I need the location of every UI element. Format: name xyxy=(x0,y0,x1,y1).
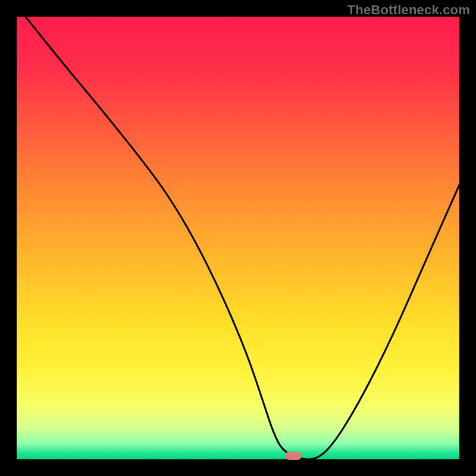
chart-frame: TheBottleneck.com xyxy=(0,0,476,476)
bottleneck-curve xyxy=(17,17,459,459)
watermark-text: TheBottleneck.com xyxy=(347,2,470,18)
optimal-point-marker xyxy=(285,452,302,460)
plot-area xyxy=(17,17,459,459)
